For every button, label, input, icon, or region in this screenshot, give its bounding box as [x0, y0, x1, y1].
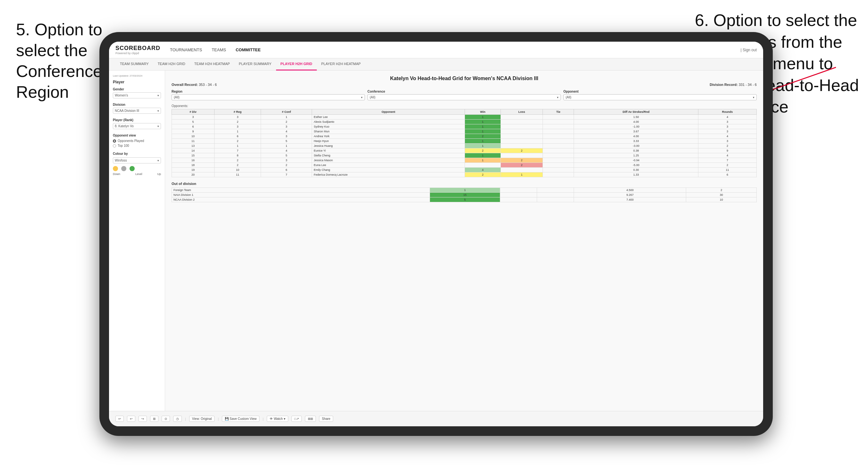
cell-reg: 2 [214, 158, 261, 163]
cell-tie [537, 193, 574, 197]
layout-btn[interactable]: ⊞⊞ [305, 416, 316, 422]
nav-teams[interactable]: TEAMS [212, 46, 226, 54]
cell-rounds: 30 [686, 193, 757, 197]
overall-record-label: Overall Record: [172, 83, 198, 87]
cell-opponent: NCAA Division 2 [172, 197, 430, 202]
redo-btn[interactable]: ↪ [138, 416, 147, 422]
player-rank-section: Player (Rank) 8. Katelyn Vo [113, 118, 161, 129]
cell-reg: 2 [214, 139, 261, 144]
share-btn[interactable]: Share [319, 416, 334, 422]
division-dropdown[interactable]: NCAA Division III [113, 108, 161, 114]
opponent-view-label: Opponent view [113, 134, 161, 137]
sub-nav-team-h2h-grid[interactable]: TEAM H2H GRID [153, 58, 190, 70]
cell-rounds: 3 [699, 124, 757, 129]
cell-opponent: Jessica Huang [312, 144, 465, 148]
cell-opponent: Federica Domecq Lacroze [312, 173, 465, 177]
cell-opponent: Eunice Yi [312, 148, 465, 153]
region-filter-group: Region (All) [172, 90, 365, 100]
nav-tournaments[interactable]: TOURNAMENTS [170, 46, 202, 54]
circle-btn[interactable]: ⊙ [162, 416, 170, 422]
sub-nav-team-h2h-heatmap[interactable]: TEAM H2H HEATMAP [190, 58, 235, 70]
cell-conf: 4 [261, 148, 312, 153]
cell-conf: 2 [261, 120, 312, 124]
cell-tie [542, 168, 574, 173]
sub-nav-player-summary[interactable]: PLAYER SUMMARY [235, 58, 276, 70]
cell-diff: -5.00 [574, 163, 699, 168]
undo-btn[interactable]: ↩ [116, 416, 124, 422]
cell-reg: 8 [214, 153, 261, 158]
cell-loss [500, 197, 537, 202]
sub-nav-team-summary[interactable]: TEAM SUMMARY [116, 58, 153, 70]
watch-btn[interactable]: 👁 Watch ▾ [267, 416, 288, 422]
nav-committee[interactable]: COMMITTEE [236, 46, 261, 54]
legend-circle-down [113, 166, 118, 171]
cell-div: 20 [172, 173, 215, 177]
cell-win: 2 [465, 173, 500, 177]
region-filter-label: Region [172, 90, 365, 93]
cell-loss [501, 139, 543, 144]
opponent-filter-dropdown[interactable]: (All) [563, 94, 757, 100]
cell-tie [542, 115, 574, 120]
cell-conf: 1 [261, 144, 312, 148]
colour-by-dropdown[interactable]: Win/loss [113, 157, 161, 163]
cell-opponent: Esther Lee [312, 115, 465, 120]
cell-opponent: Sydney Kuo [312, 124, 465, 129]
cell-div: 6 [172, 124, 215, 129]
cell-rounds: 2 [699, 163, 757, 168]
logo-text: SCOREBOARD [116, 45, 160, 52]
region-filter-dropdown[interactable]: (All) [172, 94, 365, 100]
conference-filter-label: Conference [368, 90, 561, 93]
radio-opponents-played[interactable]: Opponents Played [113, 139, 161, 143]
cell-loss [501, 153, 543, 158]
player-section: Player Gender Women's [113, 80, 161, 98]
overall-record-value: 353 - 34 - 6 [199, 83, 217, 87]
th-rounds: Rounds [699, 109, 757, 115]
conference-filter-dropdown[interactable]: (All) [368, 94, 561, 100]
table-row: 11 2 5 Heejo Hyun 1 3.33 3 [172, 139, 757, 144]
cell-win: 4 [465, 168, 500, 173]
division-record-label: Division Record: [710, 83, 738, 87]
cell-diff: 1.33 [574, 173, 699, 177]
radio-top100[interactable]: Top 100 [113, 144, 161, 148]
table-row: Foreign Team 1 4.500 2 [172, 188, 757, 193]
save-custom-view-btn[interactable]: 💾 Save Custom View [222, 416, 259, 422]
last-updated: Last Updated: 27/03/2024 [113, 74, 161, 77]
cell-diff: 4.00 [574, 134, 699, 139]
cell-win: 2 [465, 134, 500, 139]
cell-conf: 5 [261, 139, 312, 144]
cell-opponent: Stella Cheng [312, 153, 465, 158]
tablet-screen: SCOREBOARD Powered by clippd TOURNAMENTS… [109, 42, 763, 426]
th-diff: Diff Av Strokes/Rnd [574, 109, 699, 115]
cell-tie [542, 124, 574, 129]
cell-tie [537, 197, 574, 202]
table-row: 13 1 1 Jessica Huang 1 -3.00 2 [172, 144, 757, 148]
sign-out[interactable]: | Sign out [741, 48, 757, 52]
powered-by-text: Powered by clippd [116, 52, 160, 55]
sidebar: Last Updated: 27/03/2024 Player Gender W… [109, 70, 165, 411]
clock-btn[interactable]: ◷ [173, 416, 182, 422]
toolbar-sep1: | [185, 417, 186, 421]
cell-rounds: 6 [699, 173, 757, 177]
table-row: 15 8 5 Stella Cheng 1 1.25 4 [172, 153, 757, 158]
sub-nav-player-h2h-heatmap[interactable]: PLAYER H2H HEATMAP [317, 58, 365, 70]
cell-tie [542, 163, 574, 168]
cell-tie [542, 134, 574, 139]
export-btn[interactable]: □↗ [291, 416, 302, 422]
toolbar-sep3: | [262, 417, 264, 421]
cell-conf: 6 [261, 168, 312, 173]
player-title: Player [113, 80, 161, 84]
cell-rounds: 10 [686, 197, 757, 202]
grid-btn[interactable]: ⊞ [150, 416, 158, 422]
view-original-btn[interactable]: View: Original [189, 416, 215, 422]
main-content: Last Updated: 27/03/2024 Player Gender W… [109, 70, 763, 411]
player-rank-dropdown[interactable]: 8. Katelyn Vo [113, 123, 161, 129]
overall-record: Overall Record: 353 - 34 - 6 [172, 83, 217, 87]
cell-diff: 7.400 [574, 197, 686, 202]
undo2-btn[interactable]: ↩ [127, 416, 135, 422]
cell-div: 15 [172, 153, 215, 158]
gender-dropdown[interactable]: Women's [113, 92, 161, 98]
cell-conf: 5 [261, 153, 312, 158]
cell-reg: 6 [214, 134, 261, 139]
radio-label-opponents-played: Opponents Played [118, 139, 144, 143]
sub-nav-player-h2h-grid[interactable]: PLAYER H2H GRID [276, 58, 317, 70]
